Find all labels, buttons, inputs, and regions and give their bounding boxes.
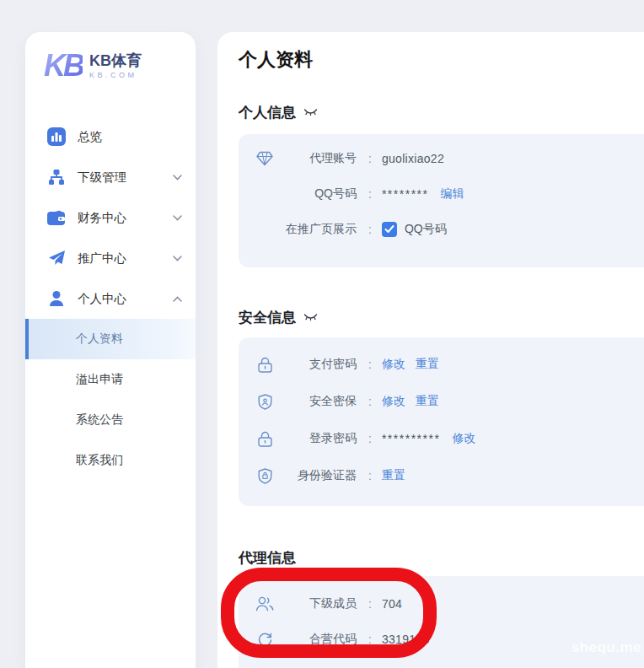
chevron-up-icon	[172, 294, 182, 304]
modify-login-password-link[interactable]: 修改	[452, 431, 475, 446]
agent-info-heading: 代理信息	[239, 548, 644, 568]
colon: :	[368, 469, 372, 482]
members-icon	[255, 595, 274, 613]
sidebar-subitem-profile[interactable]: 个人资料	[25, 319, 196, 359]
eye-closed-icon[interactable]	[303, 108, 318, 117]
modify-security-question-link[interactable]: 修改	[382, 394, 405, 409]
partnership-code-value: 3319198	[382, 633, 430, 646]
subordinate-members-value: 704	[382, 597, 402, 611]
field-label: 合营代码	[282, 632, 357, 647]
colon: :	[368, 395, 372, 408]
lock-icon	[255, 355, 274, 374]
sidebar-item-overview[interactable]: 总览	[25, 116, 196, 157]
field-label: 安全密保	[282, 394, 357, 409]
wallet-icon	[47, 208, 66, 227]
login-password-masked-value: **********	[382, 432, 440, 445]
shield-user-icon	[255, 392, 274, 411]
sidebar-nav: 总览 下级管理 财务中心 推广中心	[25, 116, 196, 481]
sidebar-item-label: 财务中心	[78, 210, 172, 226]
security-info-card: 支付密码 : 修改 重置 安全密保 : 修改 重置 登录密码 : *******…	[239, 337, 644, 506]
colon: :	[368, 358, 372, 371]
personal-info-heading: 个人信息	[239, 103, 644, 122]
field-label: 代理账号	[282, 151, 357, 166]
sidebar-subitem-label: 溢出申请	[76, 372, 123, 387]
field-label: 身份验证器	[282, 468, 357, 483]
sidebar-subitem-system-announcements[interactable]: 系统公告	[25, 400, 196, 440]
shield-lock-icon	[255, 466, 274, 485]
user-icon	[47, 289, 66, 308]
section-title: 个人信息	[239, 103, 296, 122]
agent-account-row: 代理账号 : guolixiao22	[239, 141, 644, 176]
field-label: QQ号码	[282, 186, 357, 202]
refresh-icon	[255, 630, 274, 649]
sidebar-item-label: 推广中心	[78, 250, 172, 267]
sidebar-subitem-label: 个人资料	[76, 331, 123, 347]
authenticator-row: 身份验证器 : 重置	[239, 457, 644, 494]
field-label: 支付密码	[282, 357, 357, 372]
sidebar-item-label: 下级管理	[78, 170, 172, 186]
section-title: 安全信息	[239, 308, 296, 327]
edit-qq-link[interactable]: 编辑	[440, 186, 464, 202]
subordinate-members-row: 下级成员 : 704	[239, 586, 644, 622]
sidebar-item-finance[interactable]: 财务中心	[25, 197, 196, 238]
main-content: 个人资料 个人信息 代理账号 : guolixiao22 QQ号码 : ****…	[217, 32, 644, 668]
sidebar-item-label: 总览	[78, 129, 182, 145]
reset-authenticator-link[interactable]: 重置	[382, 468, 405, 483]
checkbox-label: QQ号码	[405, 222, 447, 237]
brand-logo: KB KB体育 KB.COM	[25, 32, 196, 81]
sidebar-item-promotion[interactable]: 推广中心	[25, 238, 196, 278]
personal-info-card: 代理账号 : guolixiao22 QQ号码 : ******** 编辑 在推…	[239, 134, 644, 267]
lock-icon	[255, 429, 274, 448]
qq-number-masked-value: ********	[382, 187, 429, 201]
overview-icon	[47, 127, 66, 146]
colon: :	[368, 187, 372, 201]
hierarchy-icon	[47, 168, 66, 186]
watermark: shequ.me	[572, 639, 641, 656]
promotion-display-row: 在推广页展示 : QQ号码	[239, 212, 644, 247]
colon: :	[368, 432, 372, 445]
chevron-down-icon	[172, 213, 182, 223]
brand-title: KB体育	[89, 52, 142, 70]
row-icon-spacer	[255, 220, 274, 239]
diamond-icon	[255, 149, 274, 168]
sidebar-subitem-label: 系统公告	[76, 412, 123, 428]
brand-subtitle: KB.COM	[89, 71, 142, 79]
qq-number-row: QQ号码 : ******** 编辑	[239, 176, 644, 212]
chevron-down-icon	[172, 253, 182, 263]
eye-closed-icon[interactable]	[303, 313, 318, 322]
agent-account-value: guolixiao22	[382, 152, 444, 165]
field-label: 登录密码	[282, 431, 357, 446]
section-title: 代理信息	[239, 548, 296, 568]
security-info-heading: 安全信息	[239, 308, 644, 327]
colon: :	[368, 633, 372, 646]
reset-security-question-link[interactable]: 重置	[416, 394, 439, 409]
sidebar-subitem-contact-us[interactable]: 联系我们	[25, 440, 196, 481]
security-question-row: 安全密保 : 修改 重置	[239, 383, 644, 420]
chevron-down-icon	[172, 172, 182, 182]
page-title: 个人资料	[239, 47, 644, 73]
qq-display-checkbox[interactable]	[382, 222, 397, 237]
payment-password-row: 支付密码 : 修改 重置	[239, 346, 644, 383]
colon: :	[368, 152, 372, 165]
brand-text: KB体育 KB.COM	[89, 52, 142, 80]
sidebar-subitem-label: 联系我们	[76, 453, 123, 468]
promotion-icon	[47, 249, 66, 267]
modify-payment-password-link[interactable]: 修改	[382, 357, 405, 372]
reset-payment-password-link[interactable]: 重置	[416, 357, 439, 372]
sidebar-item-label: 个人中心	[78, 291, 172, 307]
brand-mark: KB	[44, 51, 83, 81]
sidebar-subitem-overflow-request[interactable]: 溢出申请	[25, 359, 196, 400]
login-password-row: 登录密码 : ********** 修改	[239, 420, 644, 457]
sidebar: KB KB体育 KB.COM 总览 下级管理 财务中心	[25, 32, 196, 668]
colon: :	[368, 223, 372, 236]
sidebar-item-subordinates[interactable]: 下级管理	[25, 157, 196, 197]
colon: :	[368, 597, 372, 611]
sidebar-item-personal-center[interactable]: 个人中心	[25, 278, 196, 319]
field-label: 在推广页展示	[282, 222, 357, 237]
row-icon-spacer	[255, 185, 274, 203]
field-label: 下级成员	[282, 596, 357, 611]
